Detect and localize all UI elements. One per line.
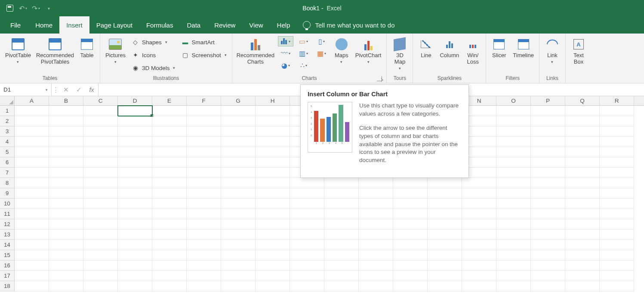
cell[interactable] [152,168,187,178]
cell[interactable] [531,137,565,147]
cell[interactable] [531,178,565,188]
cell[interactable] [221,147,256,157]
cell[interactable] [462,230,496,240]
cell[interactable] [49,126,83,137]
cell[interactable] [152,271,187,281]
cell[interactable] [565,137,600,147]
cell[interactable] [152,230,187,240]
cell[interactable] [393,281,428,291]
cell[interactable] [187,157,221,168]
undo-button[interactable]: ↶▾ [17,3,28,14]
cell[interactable] [428,230,462,240]
sparkline-winloss-button[interactable]: Win/ Loss [463,36,482,66]
cell[interactable] [256,168,290,178]
cell[interactable] [256,147,290,157]
cell[interactable] [496,230,531,240]
cell[interactable] [49,209,83,219]
cell[interactable] [221,157,256,168]
screenshot-button[interactable]: ▢Screenshot▾ [179,49,228,61]
cell[interactable] [496,168,531,178]
cell[interactable] [393,260,428,271]
cell[interactable] [565,106,600,116]
cell[interactable] [49,116,83,126]
cell[interactable] [83,157,118,168]
cell[interactable] [531,199,565,209]
cell[interactable] [83,188,118,199]
cell[interactable] [496,250,531,260]
cell[interactable] [187,250,221,260]
row-header[interactable]: 3 [0,126,15,137]
cell[interactable] [531,168,565,178]
cell[interactable] [187,230,221,240]
cell[interactable] [187,199,221,209]
column-header[interactable]: C [83,96,118,105]
cell[interactable] [49,157,83,168]
cell[interactable] [187,281,221,291]
cell[interactable] [221,281,256,291]
cell[interactable] [152,209,187,219]
cell[interactable] [187,260,221,271]
cell[interactable] [496,199,531,209]
cell[interactable] [49,260,83,271]
cell[interactable] [83,137,118,147]
cell[interactable] [324,199,359,209]
cell[interactable] [118,168,152,178]
cell[interactable] [600,199,634,209]
cell[interactable] [118,260,152,271]
cell[interactable] [152,219,187,230]
cell[interactable] [152,240,187,250]
column-bar-chart-button[interactable]: ▾ [278,36,293,46]
cell[interactable] [428,209,462,219]
cell[interactable] [15,168,49,178]
cell[interactable] [187,209,221,219]
cell[interactable] [359,260,393,271]
cell[interactable] [187,188,221,199]
cell[interactable] [324,219,359,230]
cell[interactable] [118,137,152,147]
cell[interactable] [15,116,49,126]
cell[interactable] [49,271,83,281]
cell[interactable] [324,281,359,291]
cell[interactable] [290,209,324,219]
cell[interactable] [359,178,393,188]
cell[interactable] [49,240,83,250]
cell[interactable] [187,168,221,178]
cell[interactable] [324,240,359,250]
cell[interactable] [83,281,118,291]
cell[interactable] [256,209,290,219]
cell[interactable] [290,250,324,260]
cell[interactable] [152,188,187,199]
cell[interactable] [462,209,496,219]
cell[interactable] [221,106,256,116]
smartart-button[interactable]: ▬SmartArt [179,36,228,48]
sparkline-line-button[interactable]: Line [416,36,435,60]
cell[interactable] [600,219,634,230]
cell[interactable] [83,230,118,240]
column-header[interactable]: O [496,96,531,105]
tab-review[interactable]: Review [207,16,242,34]
cell[interactable] [565,116,600,126]
cell[interactable] [324,178,359,188]
cell[interactable] [290,178,324,188]
cell[interactable] [600,209,634,219]
cell[interactable] [152,116,187,126]
cell[interactable] [118,106,152,116]
tab-data[interactable]: Data [180,16,207,34]
cell[interactable] [49,250,83,260]
cell[interactable] [15,178,49,188]
cell[interactable] [462,250,496,260]
cell[interactable] [359,271,393,281]
cell[interactable] [600,126,634,137]
cell[interactable] [428,188,462,199]
cell[interactable] [187,116,221,126]
3d-map-button[interactable]: 3D Map▾ [390,36,409,71]
cell[interactable] [600,230,634,240]
tab-view[interactable]: View [242,16,270,34]
cell[interactable] [324,250,359,260]
cell[interactable] [221,250,256,260]
cell[interactable] [428,199,462,209]
cell[interactable] [83,126,118,137]
cell[interactable] [15,230,49,240]
cell[interactable] [118,116,152,126]
recommended-charts-button[interactable]: Recommended Charts [236,36,275,66]
